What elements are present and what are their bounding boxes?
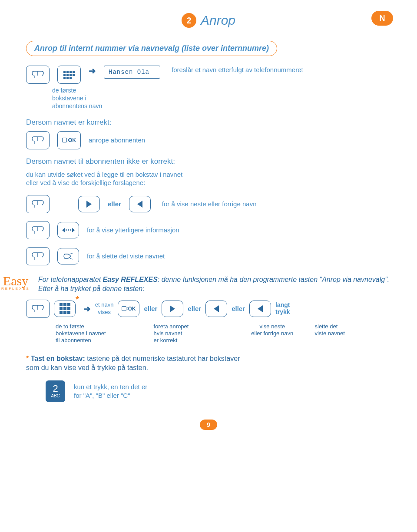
or-label: eller	[232, 305, 245, 312]
caption-more-info: for å vise ytterligere informasjon	[87, 226, 179, 235]
caption-name-shown: et navn vises	[95, 301, 114, 316]
caption-next-prev: for å vise neste eller forrige navn	[162, 200, 257, 208]
if-correct-heading: Dersom navnet er korrekt:	[26, 118, 391, 127]
page-number: 9	[200, 420, 217, 430]
arrow-icon: ➜	[89, 66, 96, 76]
press-icon	[26, 247, 50, 265]
press-icon	[26, 300, 50, 318]
prev-button[interactable]	[129, 196, 151, 212]
if-not-body: du kan utvide søket ved å legge til en b…	[26, 170, 391, 187]
caption-suggest: foreslår et navn etterfulgt av telefonnu…	[172, 66, 303, 74]
ok-button[interactable]: OK	[118, 301, 139, 317]
press-icon	[26, 221, 50, 239]
caption-delete: for å slette det viste navnet	[87, 252, 165, 261]
easy-description: For telefonapparatet Easy REFLEXES: denn…	[38, 275, 391, 294]
prev-long-button[interactable]	[249, 301, 271, 317]
arrow-icon: ➜	[83, 304, 91, 314]
display-text: Hansen Ola	[104, 66, 160, 79]
caption-show-next: vise neste eller forrige navn	[234, 323, 311, 344]
ok-button[interactable]: OK	[57, 131, 81, 149]
or-label: eller	[188, 305, 201, 312]
prev-button[interactable]	[205, 301, 227, 317]
press-icon	[26, 195, 50, 213]
next-button[interactable]	[162, 301, 183, 317]
keypad-icon	[57, 66, 81, 84]
or-label: eller	[144, 305, 157, 312]
asterisk: *	[76, 294, 79, 304]
more-info-button[interactable]	[57, 222, 79, 238]
key-2-abc[interactable]: 2 ABC	[46, 380, 65, 402]
caption-make-call: foreta anropet hvis navnet er korrekt	[154, 323, 230, 344]
side-letter-badge: N	[371, 11, 393, 26]
press-icon	[26, 131, 50, 149]
long-press-label: langt trykk	[275, 302, 290, 315]
next-button[interactable]	[78, 196, 100, 212]
page-title: Anrop	[201, 13, 235, 28]
if-not-correct-heading: Dersom navnet til abonnenten ikke er kor…	[26, 157, 391, 166]
section-heading: Anrop til internt nummer via navnevalg (…	[26, 41, 277, 56]
easy-reflexes-logo: Easy REFLEXES	[0, 275, 32, 291]
footnote: * Tast en bokstav: tastene på det numeri…	[26, 354, 391, 373]
delete-button[interactable]	[57, 248, 79, 264]
or-label: eller	[108, 200, 121, 208]
caption-first-letters: de første bokstavene i abonnentens navn	[52, 86, 391, 110]
caption-two-first: de to første bokstavene i navnet til abo…	[56, 323, 132, 344]
step-number-badge: 2	[182, 13, 196, 28]
press-icon	[26, 66, 50, 84]
caption-key-press: kun et trykk, en ten det er for "A", "B"…	[74, 383, 147, 400]
caption-call-sub: anrope abonnenten	[89, 136, 145, 145]
numeric-keypad-icon	[54, 301, 76, 317]
caption-delete-name: slette det viste navnet	[315, 323, 391, 344]
